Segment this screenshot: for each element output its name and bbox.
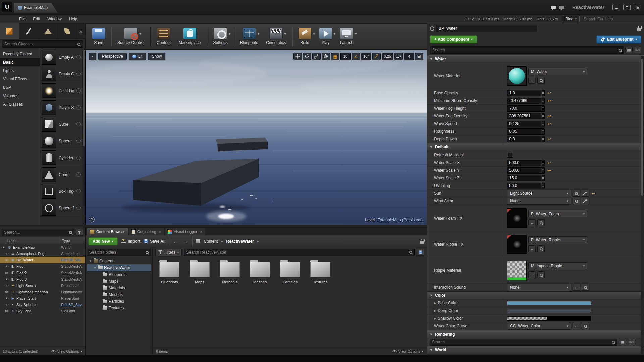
eyedropper-button[interactable]: [582, 190, 589, 197]
folder-tree-textures[interactable]: Textures: [87, 305, 151, 311]
breadcrumb-reactivewater[interactable]: ReactiveWater: [226, 239, 254, 244]
number-input-roughness[interactable]: 0.05: [507, 128, 545, 135]
bug-report-icon[interactable]: [559, 6, 564, 9]
toolbar-content-button[interactable]: Content: [153, 26, 175, 47]
more-modes-chevron-icon[interactable]: »: [77, 23, 85, 39]
viewport[interactable]: ▾ Perspective Lit Show ▦ 10 ∠ 1: [85, 50, 427, 225]
visibility-eye-icon[interactable]: [4, 284, 9, 288]
toolbar-cinematics-button[interactable]: ▾Cinematics: [262, 26, 290, 47]
outliner-row-sky-sphere[interactable]: ◐Sky SphereEdit BP_Sky: [0, 301, 85, 308]
outliner-row-examplemap[interactable]: ◍ExampleMapWorld: [0, 244, 85, 250]
asset-dropdown-ripple-material[interactable]: M_Impact_Ripple▾: [528, 262, 587, 269]
section-header-water[interactable]: ▼Water: [427, 55, 644, 63]
folder-tree-blueprints[interactable]: Blueprints: [87, 271, 151, 278]
magnifier-button[interactable]: [537, 219, 545, 226]
category-volumes[interactable]: Volumes: [0, 92, 40, 100]
outliner-filter-button[interactable]: [76, 229, 83, 236]
outliner-row-player-start[interactable]: ▶Player StartPlayerStart: [0, 295, 85, 301]
visibility-eye-icon[interactable]: [4, 258, 9, 262]
property-matrix-button[interactable]: ▦: [619, 339, 626, 345]
place-item-point-ligh[interactable]: Point Ligh: [40, 82, 85, 99]
magnifier-button[interactable]: [573, 198, 580, 204]
revert-to-default-icon[interactable]: ↩: [547, 114, 551, 119]
menu-edit[interactable]: Edit: [29, 15, 44, 23]
visibility-eye-icon[interactable]: [4, 309, 9, 313]
edit-blueprint-link[interactable]: Edit BP_Sky: [60, 303, 85, 307]
asset-dropdown-water-foam-fx[interactable]: P_Water_Foam▾: [528, 210, 587, 217]
checkbox-refresh-material[interactable]: [507, 153, 512, 158]
visibility-eye-icon[interactable]: [4, 303, 9, 307]
details-scrollbar[interactable]: [641, 56, 644, 354]
grid-snap-toggle[interactable]: ▦: [331, 53, 339, 60]
place-item-sphere-t[interactable]: Sphere T: [40, 200, 85, 217]
type-column-header[interactable]: Type: [60, 237, 85, 244]
asset-search-box[interactable]: [184, 249, 415, 256]
outliner-row-lightmassimportan[interactable]: □LightmassImportanLightmassIm: [0, 289, 85, 295]
spinner-icon[interactable]: [541, 106, 544, 111]
revert-to-default-icon[interactable]: ↩: [547, 160, 551, 165]
number-input-minimum-shore-opacity[interactable]: -0.477066: [507, 98, 545, 104]
rotate-tool-button[interactable]: [303, 53, 311, 60]
show-button[interactable]: Show: [148, 53, 165, 60]
outliner-row-atmospheric-fog[interactable]: ☁Atmospheric FogAtmospheri: [0, 250, 85, 257]
lock-details-icon[interactable]: [637, 28, 641, 31]
folder-tree-maps[interactable]: Maps: [87, 278, 151, 285]
tab-output-log[interactable]: Output Log×: [129, 228, 164, 235]
menu-window[interactable]: Window: [44, 15, 65, 23]
folder-maps[interactable]: Maps: [187, 262, 212, 284]
place-item-cube[interactable]: Cube: [40, 116, 85, 133]
color-swatch-deep-color[interactable]: [507, 309, 591, 313]
revert-to-default-icon[interactable]: ↩: [547, 90, 551, 96]
checker-material-thumbnail[interactable]: [507, 261, 527, 280]
folder-tree-particles[interactable]: Particles: [87, 298, 151, 305]
maximize-button[interactable]: [623, 5, 631, 10]
paint-mode-tab[interactable]: [19, 23, 38, 39]
outliner-search-box[interactable]: [2, 229, 74, 236]
property-matrix-button[interactable]: ▦: [625, 47, 633, 53]
edit-blueprint-link[interactable]: Edit BP_Wa: [60, 258, 85, 262]
number-input-depth-power[interactable]: 0.3: [507, 136, 545, 142]
revert-to-default-icon[interactable]: ↩: [547, 121, 551, 126]
spinner-icon[interactable]: [541, 98, 544, 104]
number-input-water-scale-x[interactable]: 500.0: [507, 160, 545, 166]
black-particle-thumbnail[interactable]: [507, 208, 527, 228]
spinner-icon[interactable]: [541, 168, 544, 173]
place-item-sphere[interactable]: Sphere: [40, 133, 85, 149]
expand-arrow-icon[interactable]: ▶: [434, 302, 436, 305]
dropdown-interaction-sound[interactable]: None▾: [507, 284, 571, 291]
revert-to-default-icon[interactable]: ↩: [547, 137, 551, 142]
visibility-eye-icon[interactable]: [4, 264, 9, 268]
toolbar-play-button[interactable]: ▾Play: [315, 26, 336, 47]
visibility-eye-icon[interactable]: [1, 245, 6, 249]
folder-tree-content[interactable]: ▼Content: [87, 258, 151, 264]
actor-name-field[interactable]: [436, 25, 537, 32]
toolbar-launch-button[interactable]: ▾Launch: [336, 26, 357, 47]
details-search-input[interactable]: [432, 48, 617, 52]
lock-icon[interactable]: [420, 241, 424, 244]
visibility-eye-icon[interactable]: [4, 271, 9, 275]
magnifier-button[interactable]: [537, 77, 545, 84]
display-filter-button[interactable]: [634, 47, 641, 53]
search-box[interactable]: [430, 339, 617, 346]
folder-tree-meshes[interactable]: Meshes: [87, 291, 151, 298]
category-bsp[interactable]: BSP: [0, 83, 40, 92]
color-swatch-shallow-color[interactable]: [507, 316, 591, 321]
feedback-icon[interactable]: [551, 6, 556, 9]
toolbar-build-button[interactable]: ▾Build: [294, 26, 315, 47]
back-arrow-button[interactable]: ←: [573, 284, 580, 291]
breadcrumb-content[interactable]: Content: [204, 239, 218, 244]
spinner-icon[interactable]: [541, 129, 544, 134]
spinner-icon[interactable]: [541, 183, 544, 189]
modes-scrollbar[interactable]: [82, 49, 85, 225]
forward-button[interactable]: →: [182, 238, 189, 244]
scale-tool-button[interactable]: [312, 53, 321, 60]
search-classes-box[interactable]: [2, 40, 83, 48]
menu-help[interactable]: Help: [65, 15, 81, 23]
level-name-link[interactable]: ExampleMap (Persistent): [377, 218, 423, 222]
outliner-row-floor2[interactable]: ◧Floor2StaticMeshA: [0, 269, 85, 276]
eyedropper-button[interactable]: [582, 198, 589, 204]
back-arrow-button[interactable]: ←: [528, 272, 536, 278]
add-component-button[interactable]: + Add Component ▾: [430, 35, 477, 43]
foliage-mode-tab[interactable]: [58, 23, 77, 39]
help-icon[interactable]: ?: [89, 217, 95, 222]
